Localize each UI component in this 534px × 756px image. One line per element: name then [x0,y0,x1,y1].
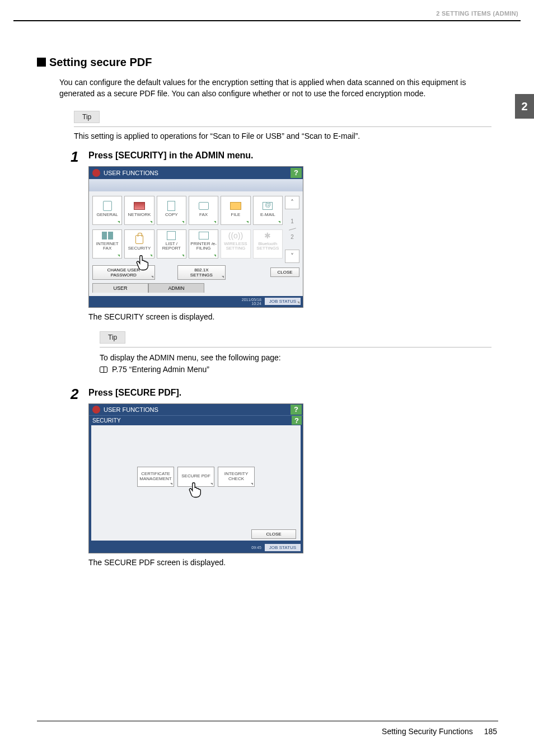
item-label: Bluetooth SETTINGS [255,242,281,251]
gear-icon [92,169,100,177]
item-label: WIRELESS SETTING [222,242,249,251]
chapter-tab: 2 [515,94,534,119]
ss1-pager-column: ˄ 1 2 ˅ [285,196,299,263]
security-item-certificate-mgmt[interactable]: CERTIFICATE MANAGEMENT [137,467,174,487]
step-1: 1 Press [SECURITY] in the ADMIN menu. US… [37,151,496,375]
network-icon [134,202,145,210]
page-indicator: 1 2 [285,212,299,247]
chevron-down-icon: ˅ [291,252,294,260]
admin-item-file[interactable]: FILE [221,196,250,225]
square-bullet-icon [37,58,46,67]
step-title: Press [SECURE PDF]. [88,388,496,398]
ss2-footer: 09:45 JOB STATUS [89,543,303,553]
item-label: SECURITY [128,246,151,251]
admin-item-wireless: ((o))WIRELESS SETTING [221,229,250,259]
tip2-line2: P.75 “Entering Admin Menu” [110,365,209,374]
datetime: 09:45 [251,546,261,550]
tab-admin[interactable]: ADMIN [148,283,204,293]
footer-section-title: Setting Security Functions [382,727,473,736]
close-button[interactable]: CLOSE [270,267,299,277]
admin-item-email[interactable]: E-MAIL [253,196,283,225]
gear-icon [92,406,100,414]
tab-user[interactable]: USER [92,283,148,293]
help-icon[interactable]: ? [292,416,302,425]
admin-item-copy[interactable]: COPY [157,196,186,225]
page-down-button[interactable]: ˅ [285,250,299,263]
admin-item-fax[interactable]: FAX [189,196,218,225]
item-label: SECURE PDF [181,474,210,479]
admin-item-list-report[interactable]: LIST / REPORT [157,229,186,259]
ss1-footer: 2011/05/1810:24 JOB STATUS [89,296,303,307]
security-item-secure-pdf[interactable]: SECURE PDF [177,467,214,487]
fax-icon [199,202,209,210]
screenshot-1: USER FUNCTIONS ? GENERAL NETWORK COPY [88,166,496,308]
step-number: 2 [71,386,78,403]
item-label: INTEGRITY CHECK [219,472,253,482]
item-label: PRINTER /e-FILING [190,242,217,251]
change-user-password-button[interactable]: CHANGE USER PASSWORD [92,265,155,280]
ss2-bottom-bar: CLOSE [89,528,303,543]
item-label: CERTIFICATE MANAGEMENT [139,472,172,482]
ss2-body: CERTIFICATE MANAGEMENT SECURE PDF INTEGR… [89,425,303,528]
tip-box-2: Tip [100,331,496,344]
item-label: E-MAIL [260,213,275,217]
ss2-titlebar: USER FUNCTIONS ? [89,404,303,415]
ifax-icon [102,232,113,240]
general-icon [103,201,112,211]
item-label: NETWORK [128,213,151,217]
admin-item-general[interactable]: GENERAL [92,196,122,225]
help-icon[interactable]: ? [291,168,302,178]
job-status-button[interactable]: JOB STATUS [265,298,301,305]
admin-item-bluetooth: ✱Bluetooth SETTINGS [253,229,283,259]
step-title: Press [SECURITY] in the ADMIN menu. [88,151,496,161]
ss1-row-1: GENERAL NETWORK COPY FAX FILE E-MAIL [92,196,283,225]
button-label: JOB STATUS [269,545,296,550]
item-label: INTERNET FAX [94,242,120,251]
ss1-row-2: INTERNET FAX SECURITY LIST / REPORT PRIN… [92,229,283,259]
page-1-label: 1 [291,218,294,224]
tip-text: This setting is applied to operations fo… [74,132,496,140]
screenshot-2: USER FUNCTIONS ? SECURITY ? CERTIFICATE … [88,403,496,553]
book-icon [100,367,107,373]
job-status-button[interactable]: JOB STATUS [265,544,301,551]
page-up-button[interactable]: ˄ [285,196,299,209]
button-label: CHANGE USER PASSWORD [107,267,140,278]
8021x-settings-button[interactable]: 802.1X SETTINGS [177,265,226,280]
page-2-label: 2 [291,234,294,240]
item-label: LIST / REPORT [158,242,185,251]
wifi-icon: ((o)) [228,232,243,240]
tip-text-2: To display the ADMIN menu, see the follo… [100,352,496,375]
tip-separator-2 [100,347,491,348]
tip-box: Tip [74,111,496,123]
printer-icon [199,232,209,240]
button-label: JOB STATUS [269,299,296,304]
button-label: CLOSE [278,270,293,275]
ss1-body: GENERAL NETWORK COPY FAX FILE E-MAIL INT… [89,191,303,296]
button-label: 802.1X SETTINGS [190,267,213,278]
ss2-title-text: USER FUNCTIONS [104,406,158,413]
step-after-text: The SECURITY screen is displayed. [88,312,496,321]
ss1-titlebar: USER FUNCTIONS ? [89,167,303,179]
security-item-integrity-check[interactable]: INTEGRITY CHECK [218,467,255,487]
step-number: 1 [71,148,78,166]
tip-label: Tip [74,111,100,123]
admin-item-internet-fax[interactable]: INTERNET FAX [92,229,122,259]
admin-item-security[interactable]: SECURITY [124,229,154,259]
file-icon [230,202,241,210]
ss1-subbar [89,179,303,191]
help-icon[interactable]: ? [291,405,302,415]
admin-item-printer-efiling[interactable]: PRINTER /e-FILING [189,229,218,259]
item-label: COPY [165,213,178,217]
ss1-title-text: USER FUNCTIONS [104,170,158,176]
section-heading: Setting secure PDF [37,56,496,69]
tip-separator [74,126,491,127]
bluetooth-icon: ✱ [264,232,271,240]
header-rule [13,20,521,21]
lock-icon [135,235,143,244]
ss2-subtitle: SECURITY ? [89,415,303,425]
page-footer: Setting Security Functions 185 [382,727,497,736]
admin-item-network[interactable]: NETWORK [124,196,154,225]
running-header: 2 SETTING ITEMS (ADMIN) [436,10,518,17]
close-button[interactable]: CLOSE [251,529,296,539]
item-label: GENERAL [97,213,118,217]
